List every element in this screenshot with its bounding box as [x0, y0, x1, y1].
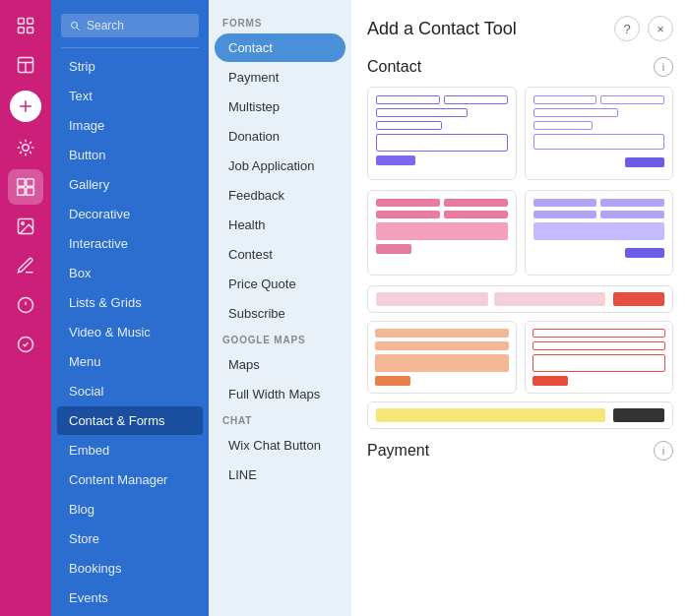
forms-item-donation[interactable]: Donation — [215, 122, 345, 151]
peach-field-3 — [375, 354, 509, 372]
media-icon[interactable] — [8, 209, 43, 244]
svg-line-21 — [77, 28, 79, 30]
peach-field-1 — [375, 329, 509, 338]
google-maps-section-label: GOOGLE MAPS — [209, 329, 351, 349]
forms-item-contest[interactable]: Contest — [215, 240, 345, 269]
nav-item-decorative[interactable]: Decorative — [57, 200, 203, 228]
widgets-icon[interactable] — [8, 287, 43, 323]
contact-templates-grid-2 — [367, 190, 673, 276]
nav-item-gallery[interactable]: Gallery — [57, 170, 203, 199]
layout-icon[interactable] — [8, 47, 43, 83]
svg-point-15 — [22, 222, 24, 225]
nav-item-box[interactable]: Box — [57, 259, 203, 287]
nav-item-interactive[interactable]: Interactive — [57, 229, 203, 258]
forms-item-job-application[interactable]: Job Application — [215, 152, 345, 180]
nav-item-button[interactable]: Button — [57, 141, 203, 169]
nav-divider — [61, 47, 199, 48]
nav-item-events[interactable]: Events — [57, 584, 203, 612]
template-card-yellow[interactable] — [367, 401, 673, 429]
svg-rect-12 — [18, 188, 26, 196]
peach-template-grid — [367, 321, 673, 394]
nav-item-image[interactable]: Image — [57, 111, 203, 140]
contact-info-icon[interactable]: i — [654, 57, 673, 77]
template-card-1[interactable] — [367, 87, 517, 180]
template-preview-1 — [368, 88, 516, 173]
nav-item-lists-grids[interactable]: Lists & Grids — [57, 288, 203, 317]
payment-info-icon[interactable]: i — [654, 441, 673, 461]
svg-rect-1 — [28, 19, 33, 25]
forms-item-subscribe[interactable]: Subscribe — [215, 299, 345, 328]
nav-item-menu[interactable]: Menu — [57, 347, 203, 376]
template-card-2[interactable] — [525, 87, 674, 180]
forms-item-full-width-maps[interactable]: Full Width Maps — [215, 380, 345, 408]
template-card-red-outline[interactable] — [525, 321, 674, 394]
template-card-4[interactable] — [525, 190, 674, 276]
reserve-btn-mini — [613, 292, 664, 306]
payment-section-title: Payment — [367, 442, 429, 460]
template-preview-2 — [526, 88, 673, 179]
main-panel: Add a Contact Tool ? × Contact i — [351, 0, 689, 616]
design-icon[interactable] — [8, 130, 43, 165]
svg-point-9 — [23, 145, 30, 152]
svg-rect-11 — [27, 179, 34, 187]
peach-submit-btn — [375, 376, 410, 386]
contact-templates-grid-1 — [367, 87, 673, 180]
svg-rect-10 — [18, 179, 26, 187]
forms-item-wix-chat[interactable]: Wix Chat Button — [215, 431, 345, 460]
nav-item-bookings[interactable]: Bookings — [57, 554, 203, 583]
left-nav: Search Strip Text Image Button Gallery D… — [51, 0, 209, 616]
yellow-field — [376, 408, 605, 422]
red-field-1 — [532, 329, 666, 338]
market-icon[interactable] — [8, 327, 43, 362]
nav-item-embed[interactable]: Embed — [57, 436, 203, 464]
contact-section-title: Contact — [367, 58, 421, 76]
template-card-peach[interactable] — [367, 321, 517, 394]
red-field-3 — [532, 354, 666, 372]
apps-icon[interactable] — [8, 169, 43, 205]
forms-item-multistep[interactable]: Multistep — [215, 92, 345, 121]
pen-icon[interactable] — [8, 248, 43, 283]
nav-item-text[interactable]: Text — [57, 82, 203, 110]
search-placeholder: Search — [87, 19, 124, 32]
forms-item-contact[interactable]: Contact — [215, 33, 345, 62]
nav-item-blog[interactable]: Blog — [57, 495, 203, 524]
nav-item-strip[interactable]: Strip — [57, 52, 203, 81]
svg-rect-2 — [19, 28, 25, 33]
pages-icon[interactable] — [8, 8, 43, 43]
contact-section-header: Contact i — [367, 57, 673, 77]
nav-item-contact-forms[interactable]: Contact & Forms — [57, 406, 203, 435]
forms-panel: FORMS Contact Payment Multistep Donation… — [209, 0, 351, 616]
red-submit-btn — [532, 376, 568, 386]
template-preview-3 — [368, 191, 516, 275]
add-element-icon[interactable] — [10, 91, 41, 122]
main-title: Add a Contact Tool — [367, 19, 517, 39]
nav-item-video-music[interactable]: Video & Music — [57, 318, 203, 346]
chat-section-label: CHAT — [209, 409, 351, 430]
forms-item-price-quote[interactable]: Price Quote — [215, 270, 345, 298]
forms-item-health[interactable]: Health — [215, 211, 345, 239]
svg-rect-13 — [27, 188, 34, 196]
forms-item-feedback[interactable]: Feedback — [215, 181, 345, 210]
template-card-3[interactable] — [367, 190, 517, 276]
forms-item-payment[interactable]: Payment — [215, 63, 345, 92]
search-bar[interactable]: Search — [61, 14, 199, 37]
peach-field-2 — [375, 341, 509, 350]
svg-point-20 — [72, 23, 78, 29]
icon-toolbar — [0, 0, 51, 616]
dark-submit-btn — [613, 408, 664, 422]
help-button[interactable]: ? — [614, 16, 640, 41]
forms-item-line[interactable]: LINE — [215, 461, 345, 489]
main-header: Add a Contact Tool ? × — [367, 16, 673, 41]
header-icon-group: ? × — [614, 16, 673, 41]
nav-item-store[interactable]: Store — [57, 524, 203, 553]
forms-item-maps[interactable]: Maps — [215, 350, 345, 379]
forms-section-label: FORMS — [209, 12, 351, 32]
close-button[interactable]: × — [648, 16, 673, 41]
svg-rect-0 — [19, 19, 25, 25]
template-preview-4 — [526, 191, 673, 275]
nav-item-content-manager[interactable]: Content Manager — [57, 465, 203, 494]
template-card-wide-1[interactable] — [367, 285, 673, 313]
wide-preview-1 — [368, 286, 672, 312]
nav-item-social[interactable]: Social — [57, 377, 203, 405]
payment-section-header: Payment i — [367, 441, 673, 461]
